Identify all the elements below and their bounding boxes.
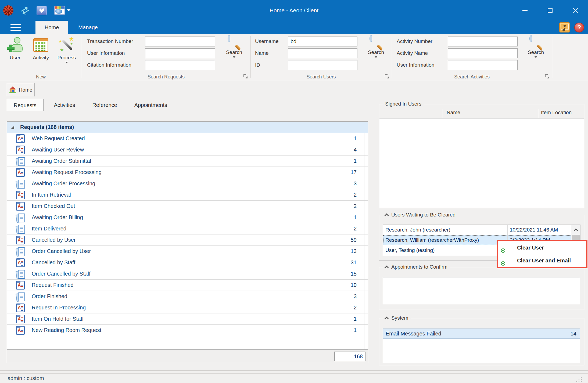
- dialog-launcher-icon[interactable]: [545, 74, 549, 79]
- chevron-down-icon: [233, 56, 235, 58]
- order-icon: [16, 213, 25, 222]
- scroll-up-button[interactable]: [571, 225, 580, 234]
- tab-appointments[interactable]: Appointments: [128, 99, 174, 111]
- signed-in-users-legend: Signed In Users: [379, 101, 584, 107]
- maximize-icon: [548, 8, 553, 13]
- minimize-button[interactable]: [512, 0, 537, 21]
- order-icon: [16, 225, 25, 233]
- requests-group-header[interactable]: Requests (168 items): [7, 122, 368, 133]
- column-name[interactable]: Name: [447, 110, 460, 115]
- close-button[interactable]: [563, 0, 588, 21]
- system-group: System Email Messages Failed 14: [379, 315, 584, 365]
- collapse-chevron-icon[interactable]: [385, 214, 389, 218]
- activity-number-field[interactable]: [448, 37, 518, 46]
- waiting-user-row[interactable]: Research, John (researcher) 10/22/2021 1…: [383, 225, 580, 235]
- collapse-chevron-icon[interactable]: [385, 266, 389, 270]
- tab-home[interactable]: Home: [35, 21, 68, 34]
- group-new: User Activity ★★ Process New: [0, 34, 82, 81]
- request-row[interactable]: Awaiting Order Processing3: [7, 178, 368, 189]
- tab-reference[interactable]: Reference: [85, 99, 124, 111]
- menu-button[interactable]: [8, 21, 24, 34]
- chevron-down-icon: [65, 62, 68, 63]
- request-row[interactable]: Web Request Created1: [7, 133, 368, 144]
- tab-activities[interactable]: Activities: [47, 99, 82, 111]
- users-waiting-legend: Users Waiting to Be Cleared: [379, 212, 584, 218]
- activity-name-field[interactable]: [448, 48, 518, 58]
- request-row[interactable]: Awaiting Order Submittal1: [7, 156, 368, 167]
- activity-user-information-field[interactable]: [448, 60, 518, 70]
- menu-item-clear-user[interactable]: Clear User: [502, 241, 586, 254]
- appointments-list[interactable]: [383, 277, 580, 304]
- maximize-button[interactable]: [537, 0, 563, 21]
- request-row[interactable]: In Item Retrieval2: [7, 189, 368, 201]
- tab-requests[interactable]: Requests: [7, 99, 44, 111]
- users-waiting-title: Users Waiting to Be Cleared: [391, 212, 456, 218]
- home-icon: [9, 86, 16, 93]
- system-row-label: Email Messages Failed: [386, 328, 441, 339]
- activity-name-label: Activity Name: [397, 50, 448, 56]
- clear-user-context-menu: Clear User Clear User and Email: [497, 240, 587, 268]
- dialog-launcher-icon[interactable]: [243, 74, 248, 79]
- collapse-chevron-icon[interactable]: [385, 317, 389, 321]
- doc-tab-home[interactable]: Home: [7, 83, 35, 96]
- order-icon: [16, 179, 25, 188]
- system-list: Email Messages Failed 14: [383, 328, 580, 363]
- request-row[interactable]: Awaiting User Review4: [7, 144, 368, 156]
- request-row[interactable]: Cancelled by User59: [7, 234, 368, 246]
- request-row[interactable]: Item On Hold for Staff1: [7, 313, 368, 325]
- request-row[interactable]: Request Finished10: [7, 280, 368, 291]
- dialog-launcher-icon[interactable]: [385, 74, 389, 79]
- order-icon: [16, 292, 25, 301]
- name-field[interactable]: [288, 48, 357, 58]
- request-row[interactable]: Order Cancelled by Staff15: [7, 268, 368, 280]
- search-users-button[interactable]: Search: [364, 35, 388, 58]
- document-tab-band: Home: [0, 81, 588, 96]
- user-information-field[interactable]: [145, 48, 215, 58]
- system-row[interactable]: Email Messages Failed 14: [383, 328, 580, 339]
- chevron-up-icon: [574, 228, 578, 233]
- group-label-search-requests: Search Requests: [82, 74, 250, 80]
- new-activity-button[interactable]: Activity: [28, 34, 54, 63]
- search-requests-button[interactable]: Search: [223, 35, 246, 58]
- order-icon: [16, 270, 25, 278]
- order-icon: [16, 157, 25, 165]
- request-icon: [16, 146, 25, 154]
- tab-manage[interactable]: Manage: [69, 21, 107, 34]
- request-row[interactable]: Awaiting Order Billing1: [7, 212, 368, 223]
- column-item-location[interactable]: Item Location: [541, 110, 572, 115]
- content-bottom-divider: [0, 370, 588, 371]
- request-row[interactable]: Order Finished3: [7, 291, 368, 302]
- id-label: ID: [255, 62, 288, 68]
- id-field[interactable]: [288, 60, 357, 70]
- help-icon[interactable]: ?: [574, 23, 584, 32]
- request-row[interactable]: Awaiting Request Processing17: [7, 167, 368, 178]
- notification-icon[interactable]: [559, 22, 570, 32]
- resize-grip-icon[interactable]: [581, 377, 582, 378]
- appointments-title: Appointments to Confirm: [391, 264, 447, 270]
- signed-in-users-list[interactable]: [379, 118, 584, 208]
- ribbon-tab-row: Home Manage ?: [0, 21, 588, 34]
- request-icon: [16, 258, 25, 267]
- transaction-number-field[interactable]: [145, 37, 215, 46]
- request-row[interactable]: Item Checked Out2: [7, 201, 368, 212]
- username-field[interactable]: [288, 37, 357, 46]
- request-row[interactable]: New Reading Room Request1: [7, 325, 368, 336]
- search-activities-button[interactable]: Search: [524, 35, 547, 58]
- request-row[interactable]: Item Delivered2: [7, 223, 368, 234]
- menu-item-clear-user-and-email[interactable]: Clear User and Email: [502, 254, 586, 267]
- count-column-divider: [364, 133, 364, 349]
- new-process-button[interactable]: ★★ Process: [54, 34, 80, 63]
- request-icon: [16, 168, 25, 177]
- request-row[interactable]: Cancelled by Staff31: [7, 257, 368, 268]
- transaction-number-label: Transaction Number: [87, 38, 145, 44]
- chevron-down-icon: [375, 56, 377, 58]
- request-row[interactable]: Order Cancelled by User13: [7, 246, 368, 257]
- status-bar: admin : custom: [0, 373, 588, 383]
- globe-check-icon: [502, 244, 510, 252]
- user-information-label: User Information: [397, 62, 448, 68]
- signed-in-users-box: Name Item Location: [379, 104, 584, 208]
- request-row[interactable]: Request In Processing2: [7, 302, 368, 313]
- new-user-button[interactable]: User: [2, 34, 28, 63]
- aeon-client-window: Home - Aeon Client Home Manage ? User: [0, 0, 588, 383]
- citation-information-field[interactable]: [145, 60, 215, 70]
